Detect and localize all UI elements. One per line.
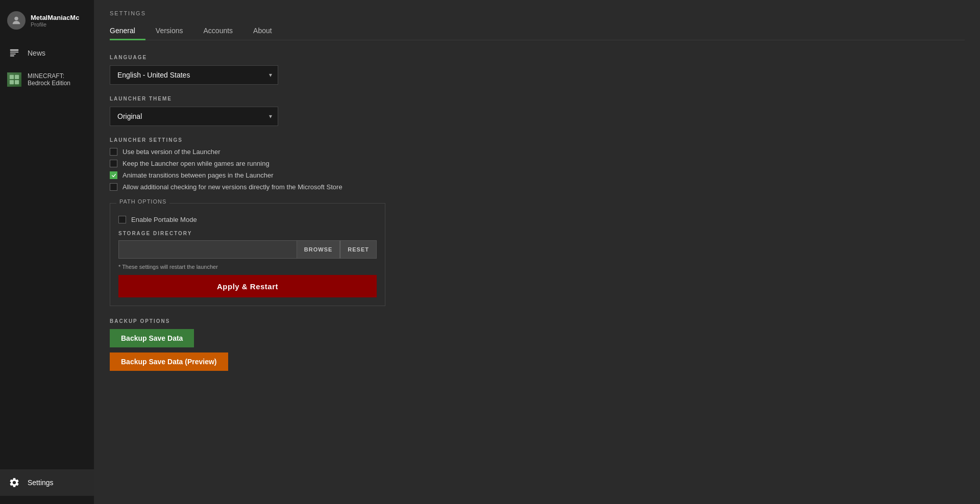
checkbox-ms-store-label: Allow additional checking for new versio… [122,183,342,191]
language-label: LANGUAGE [110,55,965,60]
checkbox-keep-open[interactable]: Keep the Launcher open while games are r… [110,160,965,167]
bedrock-icon [7,72,21,87]
checkbox-beta[interactable]: Use beta version of the Launcher [110,148,965,156]
tab-versions[interactable]: Versions [145,22,193,40]
checkbox-beta-label: Use beta version of the Launcher [122,148,220,156]
news-icon [7,46,21,60]
svg-rect-2 [10,52,19,53]
backup-options-section: BACKUP OPTIONS Backup Save Data Backup S… [110,318,965,376]
restart-note: * These settings will restart the launch… [118,264,377,270]
svg-rect-8 [15,80,19,84]
svg-rect-3 [10,54,16,55]
checkbox-portable-label: Enable Portable Mode [131,216,197,223]
checkbox-ms-store[interactable]: Allow additional checking for new versio… [110,183,965,191]
sidebar-username: MetalManiacMc [31,14,79,21]
checkbox-animate[interactable]: Animate transitions between pages in the… [110,171,965,179]
sidebar-bedrock-label: Bedrock Edition [28,80,70,87]
settings-page-title: SETTINGS [110,10,965,16]
sidebar-item-settings-label: Settings [28,478,54,487]
sidebar-item-settings[interactable]: Settings [0,469,94,496]
sidebar-minecraft-label: MINECRAFT: [28,72,70,80]
settings-gear-icon [7,475,21,490]
checkbox-ms-store-box[interactable] [110,183,117,191]
browse-button[interactable]: BROWSE [297,240,340,259]
settings-header: SETTINGS General Versions Accounts About [94,0,980,40]
settings-content: LANGUAGE English - United States ▾ LAUNC… [94,40,980,390]
checkbox-keep-open-label: Keep the Launcher open while games are r… [122,160,270,167]
svg-rect-4 [10,56,14,57]
checkbox-animate-label: Animate transitions between pages in the… [122,171,274,179]
tab-about[interactable]: About [243,22,282,40]
backup-save-preview-button[interactable]: Backup Save Data (Preview) [110,352,228,371]
sidebar-item-bedrock[interactable]: MINECRAFT: Bedrock Edition [0,66,94,93]
launcher-settings-label: LAUNCHER SETTINGS [110,137,965,143]
storage-row: BROWSE RESET [118,240,377,259]
tab-accounts[interactable]: Accounts [193,22,243,40]
storage-directory-label: STORAGE DIRECTORY [118,231,377,236]
sidebar-profile-label: Profile [31,21,79,28]
theme-selected: Original [117,112,142,120]
sidebar-bedrock-info: MINECRAFT: Bedrock Edition [28,72,70,87]
backup-save-button[interactable]: Backup Save Data [110,329,194,347]
tab-general[interactable]: General [110,22,145,40]
language-selected: English - United States [117,71,190,79]
checkbox-animate-box[interactable] [110,171,117,179]
checkbox-portable[interactable]: Enable Portable Mode [118,216,377,223]
theme-label: LAUNCHER THEME [110,96,965,102]
language-dropdown-container: English - United States ▾ [110,65,278,85]
svg-rect-7 [10,80,14,84]
apply-restart-button[interactable]: Apply & Restart [118,275,377,297]
svg-rect-5 [10,75,14,79]
sidebar-profile[interactable]: MetalManiacMc Profile [0,5,94,36]
backup-options-label: BACKUP OPTIONS [110,318,965,324]
path-options-legend: PATH OPTIONS [116,198,169,205]
svg-point-0 [14,17,18,20]
tabs: General Versions Accounts About [110,22,965,40]
sidebar-item-news-label: News [28,49,45,57]
reset-button[interactable]: RESET [340,240,377,259]
checkbox-beta-box[interactable] [110,148,117,156]
profile-info: MetalManiacMc Profile [31,14,79,28]
storage-input[interactable] [118,240,297,259]
path-options-box: PATH OPTIONS Enable Portable Mode STORAG… [110,203,385,306]
theme-dropdown-container: Original ▾ [110,107,278,126]
theme-dropdown[interactable]: Original [110,107,278,126]
svg-rect-6 [15,75,19,79]
avatar [7,11,26,30]
checkbox-portable-box[interactable] [118,216,126,223]
language-dropdown[interactable]: English - United States [110,65,278,85]
sidebar-item-news[interactable]: News [0,40,94,66]
sidebar: MetalManiacMc Profile News [0,0,94,504]
main-content: SETTINGS General Versions Accounts About… [94,0,980,504]
svg-rect-1 [10,49,19,51]
launcher-settings-section: LAUNCHER SETTINGS Use beta version of th… [110,137,965,191]
checkbox-keep-open-box[interactable] [110,160,117,167]
